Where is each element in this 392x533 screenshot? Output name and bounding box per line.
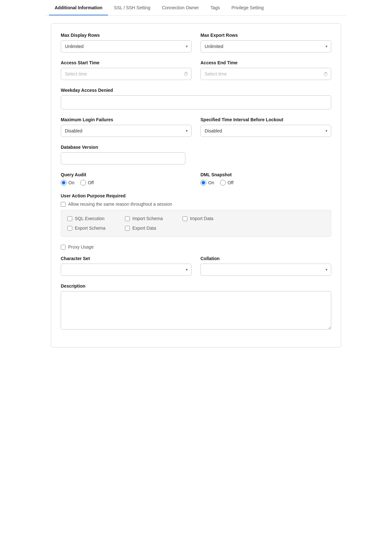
allow-reusing-checkbox-label[interactable]: Allow reusing the same reason throughout…: [61, 202, 331, 207]
description-col: Description: [61, 283, 331, 330]
login-failures-row: Maximum Login Failures Disabled 3 5 10 ▾…: [61, 117, 331, 137]
proxy-usage-text: Proxy Usage: [68, 244, 94, 250]
weekday-access-row: Weekday Access Denied: [61, 88, 331, 109]
form-card: Max Display Rows Unlimited 100 500 1000 …: [51, 23, 341, 347]
collation-col: Collation ▾: [200, 256, 331, 276]
query-audit-on-label[interactable]: On: [61, 180, 74, 186]
import-data-checkbox[interactable]: [183, 216, 187, 221]
proxy-usage-checkbox[interactable]: [61, 245, 66, 250]
export-data-text: Export Data: [132, 226, 156, 231]
collation-wrapper: ▾: [200, 264, 331, 276]
collation-select[interactable]: [200, 264, 331, 276]
max-export-rows-label: Max Export Rows: [200, 33, 331, 38]
user-action-row-2: Export Schema Export Data: [67, 226, 325, 231]
max-display-rows-label: Max Display Rows: [61, 33, 192, 38]
access-end-time-input[interactable]: [200, 68, 331, 80]
tabs-nav: Additional Information SSL / SSH Setting…: [46, 0, 346, 16]
query-audit-off-label[interactable]: Off: [80, 180, 94, 186]
specified-time-interval-wrapper: Disabled 5 minutes 10 minutes 30 minutes…: [200, 125, 331, 137]
proxy-usage-row: Proxy Usage: [61, 244, 331, 250]
query-audit-col: Query Audit On Off: [61, 172, 192, 186]
dml-snapshot-on-text: On: [208, 180, 214, 185]
database-version-input[interactable]: [61, 152, 185, 164]
access-start-time-wrapper: ⏱: [61, 68, 192, 80]
export-schema-checkbox[interactable]: [67, 226, 72, 231]
specified-time-interval-col: Specified Time Interval Before Lockout D…: [200, 117, 331, 137]
audit-snapshot-row: Query Audit On Off DML Snapshot: [61, 172, 331, 186]
access-end-time-label: Access End Time: [200, 60, 331, 65]
tab-additional-information[interactable]: Additional Information: [49, 0, 108, 15]
access-start-time-label: Access Start Time: [61, 60, 192, 65]
dml-snapshot-radio-group: On Off: [200, 180, 331, 186]
specified-time-interval-select[interactable]: Disabled 5 minutes 10 minutes 30 minutes: [200, 125, 331, 137]
export-data-checkbox[interactable]: [125, 226, 130, 231]
import-schema-checkbox[interactable]: [125, 216, 130, 221]
export-schema-label[interactable]: Export Schema: [67, 226, 119, 231]
max-display-rows-select[interactable]: Unlimited 100 500 1000 5000: [61, 40, 192, 52]
character-set-select[interactable]: [61, 264, 192, 276]
dml-snapshot-off-label[interactable]: Off: [220, 180, 233, 186]
access-time-row: Access Start Time ⏱ Access End Time ⏱: [61, 60, 331, 80]
sql-execution-checkbox[interactable]: [67, 216, 72, 221]
main-content: Max Display Rows Unlimited 100 500 1000 …: [46, 16, 346, 355]
character-set-col: Character Set ▾: [61, 256, 192, 276]
proxy-usage-label[interactable]: Proxy Usage: [61, 244, 94, 250]
weekday-access-col: Weekday Access Denied: [61, 88, 331, 109]
database-version-spacer: [194, 145, 331, 164]
user-action-purpose-section: User Action Purpose Required Allow reusi…: [61, 193, 331, 237]
sql-execution-label[interactable]: SQL Execution: [67, 216, 119, 221]
dml-snapshot-col: DML Snapshot On Off: [200, 172, 331, 186]
allow-reusing-checkbox[interactable]: [61, 202, 66, 207]
query-audit-label: Query Audit: [61, 172, 192, 177]
sql-execution-text: SQL Execution: [75, 216, 105, 221]
user-action-purpose-label: User Action Purpose Required: [61, 193, 331, 198]
tab-ssl-ssh-setting[interactable]: SSL / SSH Setting: [108, 0, 156, 15]
max-rows-row: Max Display Rows Unlimited 100 500 1000 …: [61, 33, 331, 52]
export-schema-text: Export Schema: [75, 226, 106, 231]
description-textarea[interactable]: [61, 291, 331, 330]
dml-snapshot-off-text: Off: [228, 180, 233, 185]
maximum-login-failures-wrapper: Disabled 3 5 10 ▾: [61, 125, 192, 137]
access-end-time-col: Access End Time ⏱: [200, 60, 331, 80]
dml-snapshot-on-radio[interactable]: [200, 180, 206, 186]
description-row: Description: [61, 283, 331, 330]
tab-tags[interactable]: Tags: [205, 0, 226, 15]
import-schema-label[interactable]: Import Schema: [125, 216, 176, 221]
collation-label: Collation: [200, 256, 331, 261]
database-version-label: Database Version: [61, 145, 185, 150]
max-export-rows-wrapper: Unlimited 100 500 1000 5000 ▾: [200, 40, 331, 52]
access-end-time-wrapper: ⏱: [200, 68, 331, 80]
query-audit-on-text: On: [68, 180, 74, 185]
allow-reusing-text: Allow reusing the same reason throughout…: [68, 202, 172, 207]
access-start-time-col: Access Start Time ⏱: [61, 60, 192, 80]
tab-privilege-setting[interactable]: Privilege Setting: [226, 0, 270, 15]
tab-connection-owner[interactable]: Connection Owner: [156, 0, 205, 15]
dml-snapshot-off-radio[interactable]: [220, 180, 226, 186]
maximum-login-failures-select[interactable]: Disabled 3 5 10: [61, 125, 192, 137]
dml-snapshot-on-label[interactable]: On: [200, 180, 214, 186]
user-action-row-1: SQL Execution Import Schema Import Data: [67, 216, 325, 221]
dml-snapshot-label: DML Snapshot: [200, 172, 331, 177]
import-schema-text: Import Schema: [132, 216, 163, 221]
charset-collation-row: Character Set ▾ Collation ▾: [61, 256, 331, 276]
import-data-label[interactable]: Import Data: [183, 216, 234, 221]
query-audit-off-radio[interactable]: [80, 180, 86, 186]
maximum-login-failures-col: Maximum Login Failures Disabled 3 5 10 ▾: [61, 117, 192, 137]
query-audit-radio-group: On Off: [61, 180, 192, 186]
specified-time-interval-label: Specified Time Interval Before Lockout: [200, 117, 331, 122]
max-export-rows-col: Max Export Rows Unlimited 100 500 1000 5…: [200, 33, 331, 52]
max-display-rows-wrapper: Unlimited 100 500 1000 5000 ▾: [61, 40, 192, 52]
import-data-text: Import Data: [190, 216, 213, 221]
access-start-time-input[interactable]: [61, 68, 192, 80]
character-set-label: Character Set: [61, 256, 192, 261]
weekday-access-denied-input[interactable]: [61, 95, 331, 109]
database-version-col: Database Version: [61, 145, 185, 164]
database-version-row: Database Version: [61, 145, 331, 164]
description-label: Description: [61, 283, 331, 289]
max-export-rows-select[interactable]: Unlimited 100 500 1000 5000: [200, 40, 331, 52]
export-data-label[interactable]: Export Data: [125, 226, 176, 231]
query-audit-on-radio[interactable]: [61, 180, 67, 186]
maximum-login-failures-label: Maximum Login Failures: [61, 117, 192, 122]
query-audit-off-text: Off: [88, 180, 94, 185]
user-action-purpose-gray-box: SQL Execution Import Schema Import Data: [61, 210, 331, 237]
